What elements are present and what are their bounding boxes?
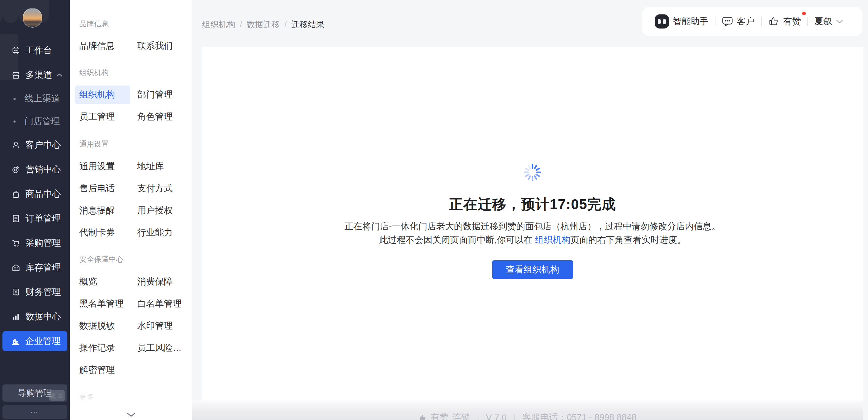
divider	[807, 17, 808, 26]
submenu-item-watermark-management[interactable]: 水印管理	[137, 315, 192, 337]
breadcrumb: 组织机构 / 数据迁移 / 迁移结果	[202, 19, 324, 30]
breadcrumb-organization[interactable]: 组织机构	[202, 19, 235, 30]
submenu-item-payment-methods[interactable]: 支付方式	[137, 177, 192, 200]
sidebar-item-purchase-management[interactable]: 采购管理	[0, 231, 70, 255]
header-toolbar: 智能助手 客户 有赞	[642, 7, 863, 36]
goods-icon	[11, 189, 21, 199]
sidebar-divider	[0, 381, 70, 381]
sidebar-item-label: 工作台	[25, 45, 52, 57]
user-menu[interactable]: 夏叙	[814, 15, 843, 28]
workbench-icon	[11, 46, 21, 55]
active-sidebar-pill: 企业管理	[2, 331, 67, 351]
sidebar-item-customer-center[interactable]: 客户中心	[0, 133, 70, 157]
footer-text: 有赞 连锁 ｜ V 7.0 ｜ 客服电话：0571 - 8998 8848	[419, 412, 637, 420]
section-items-security-center: 概览 消费保障 黑名单管理 白名单管理 数据脱敏 水印管理 操作记录 员工风险……	[79, 271, 192, 381]
submenu-item-data-masking[interactable]: 数据脱敏	[79, 315, 137, 337]
organization-link[interactable]: 组织机构	[535, 235, 570, 245]
submenu-item-whitelist-management[interactable]: 白名单管理	[137, 293, 192, 315]
footer-divider: ｜	[474, 412, 482, 420]
sidebar-item-store-management[interactable]: 门店管理	[0, 110, 70, 133]
submenu-item-decryption-management[interactable]: 解密管理	[79, 359, 137, 381]
youzan-button[interactable]: 有赞	[768, 15, 801, 28]
submenu-collapse-button[interactable]	[122, 410, 140, 419]
submenu-item-employee-risk[interactable]: 员工风险…	[137, 337, 192, 359]
breadcrumb-data-migration[interactable]: 数据迁移	[247, 19, 280, 30]
sidebar-item-channels[interactable]: 多渠道	[0, 63, 70, 87]
more-button-label: ⋯	[30, 408, 39, 417]
footer-brand-suffix: 连锁	[453, 412, 470, 420]
sidebar-item-marketing-center[interactable]: 营销中心	[0, 157, 70, 182]
migration-description: 正在将门店-一体化门店老大的数据迁移到赞的面包店（杭州店），过程中请勿修改分店内…	[202, 220, 863, 247]
section-title-more: 更多	[79, 391, 192, 402]
submenu-item-organization-active[interactable]: 组织机构	[79, 84, 137, 106]
youzan-logo-icon	[419, 414, 427, 420]
section-items-organization: 组织机构 部门管理 员工管理 角色管理	[79, 84, 192, 128]
submenu-item-contact-us[interactable]: 联系我们	[137, 35, 192, 57]
submenu-item-role-management[interactable]: 角色管理	[137, 106, 192, 128]
sidebar-item-order-management[interactable]: 订单管理	[0, 206, 70, 231]
submenu-item-overview[interactable]: 概览	[79, 271, 137, 293]
customer-icon	[11, 140, 21, 150]
bullet-dot	[13, 120, 16, 123]
sidebar-item-workbench[interactable]: 工作台	[0, 38, 70, 63]
divider	[761, 17, 762, 26]
migration-title: 正在迁移，预计17:05完成	[202, 195, 863, 214]
footer-brand: 有赞	[431, 412, 448, 420]
view-organization-button[interactable]: 查看组织机构	[492, 260, 573, 279]
sidebar-more-button[interactable]: ⋯	[2, 405, 67, 419]
ai-assistant-button[interactable]: 智能助手	[655, 15, 708, 29]
sidebar-item-online-channel[interactable]: 线上渠道	[0, 87, 70, 110]
thumbs-up-icon	[768, 16, 779, 27]
sidebar-item-inventory-management[interactable]: 库存管理	[0, 255, 70, 280]
submenu-item-department-management[interactable]: 部门管理	[137, 84, 192, 106]
section-title-brand-info: 品牌信息	[79, 19, 192, 29]
sidebar-item-data-center[interactable]: 数据中心	[0, 304, 70, 329]
sidebar-item-label: 企业管理	[25, 335, 61, 347]
submenu-item-blacklist-management[interactable]: 黑名单管理	[79, 293, 137, 315]
migration-description-line1: 正在将门店-一体化门店老大的数据迁移到赞的面包店（杭州店），过程中请勿修改分店内…	[202, 220, 863, 233]
sidebar-item-label: 数据中心	[25, 311, 61, 323]
sidebar-item-label: 营销中心	[25, 163, 61, 176]
submenu-item-proxy-cards[interactable]: 代制卡券	[79, 222, 137, 244]
app-root: 工作台 多渠道 线上渠道	[0, 0, 868, 420]
sidebar-item-label: 客户中心	[25, 139, 61, 151]
primary-sidebar: 工作台 多渠道 线上渠道	[0, 0, 70, 420]
avatar[interactable]	[23, 8, 42, 28]
divider	[715, 17, 715, 26]
submenu-item-aftersale-phone[interactable]: 售后电话	[79, 177, 137, 200]
sidebar-item-enterprise-management[interactable]: 企业管理	[0, 329, 70, 354]
sidebar-item-label: 订单管理	[25, 213, 61, 225]
submenu-item-user-authorization[interactable]: 用户授权	[137, 200, 192, 222]
sidebar-item-finance-management[interactable]: 财务管理	[0, 280, 70, 304]
loading-spinner	[524, 164, 541, 181]
ai-assistant-label: 智能助手	[673, 15, 708, 28]
sidebar-item-label: 采购管理	[25, 237, 61, 249]
sidebar-item-label: 多渠道	[25, 69, 52, 81]
section-title-organization: 组织机构	[79, 67, 192, 78]
migration-result-panel: 正在迁移，预计17:05完成 正在将门店-一体化门店老大的数据迁移到赞的面包店（…	[202, 47, 863, 400]
finance-icon	[11, 287, 21, 297]
sidebar-item-goods-center[interactable]: 商品中心	[0, 182, 70, 206]
breadcrumb-current-migration-result: 迁移结果	[291, 19, 324, 30]
submenu-item-address-library[interactable]: 地址库	[137, 156, 192, 177]
submenu-item-general-settings[interactable]: 通用设置	[79, 156, 137, 177]
customer-service-button[interactable]: 客户	[722, 15, 755, 28]
guide-management-button[interactable]: 导购管理	[2, 385, 67, 401]
inventory-icon	[11, 263, 21, 273]
submenu-item-message-reminder[interactable]: 消息提醒	[79, 200, 137, 222]
sidebar-item-label: 线上渠道	[25, 92, 60, 105]
sidebar-item-label: 商品中心	[25, 188, 61, 200]
submenu-item-employee-management[interactable]: 员工管理	[79, 106, 137, 128]
sidebar-item-label: 门店管理	[25, 115, 60, 128]
purchase-icon	[11, 238, 21, 248]
section-title-security-center: 安全保障中心	[79, 254, 192, 265]
submenu-item-operation-log[interactable]: 操作记录	[79, 337, 137, 359]
sidebar-item-label: 财务管理	[25, 286, 61, 298]
robot-icon	[655, 15, 669, 29]
submenu-item-brand-info[interactable]: 品牌信息	[79, 35, 137, 57]
submenu-item-consumer-protection[interactable]: 消费保障	[137, 271, 192, 293]
orders-icon	[11, 214, 21, 223]
data-icon	[11, 312, 21, 321]
chat-bubble-icon	[722, 16, 733, 27]
submenu-item-industry-capability[interactable]: 行业能力	[137, 222, 192, 244]
